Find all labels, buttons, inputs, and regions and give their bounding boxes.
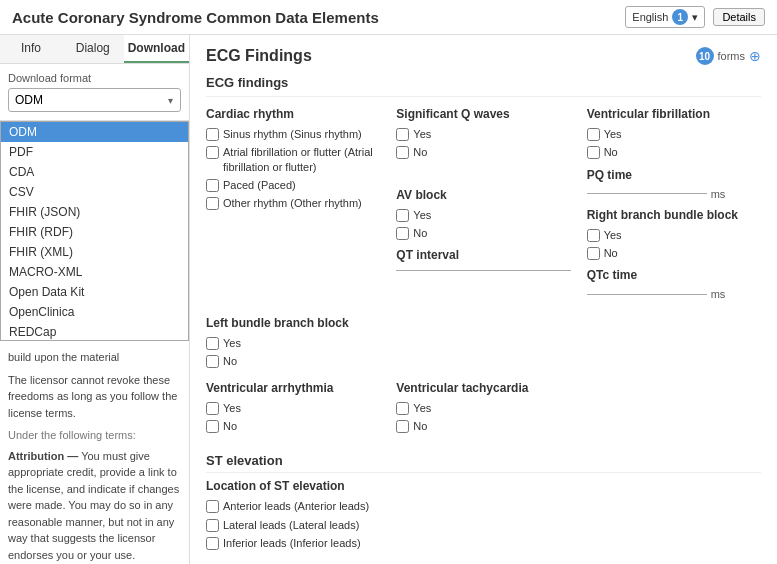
dropdown-item-redcap[interactable]: REDCap xyxy=(1,322,188,341)
list-item: Other rhythm (Other rhythm) xyxy=(206,196,380,210)
forms-badge: 10 forms ⊕ xyxy=(696,47,762,65)
vt-label: Ventricular tachycardia xyxy=(396,381,570,395)
st-elevation-location-label: Location of ST elevation xyxy=(206,479,761,493)
qtc-input-line xyxy=(587,294,707,295)
format-select[interactable]: ODMPDFCDACSVFHIR (JSON)FHIR (RDF)FHIR (X… xyxy=(8,88,181,112)
dropdown-item-fhir_xml[interactable]: FHIR (XML) xyxy=(1,242,188,262)
vt-yes-checkbox[interactable] xyxy=(396,402,409,415)
cardiac-rhythm-group: Cardiac rhythm Sinus rhythm (Sinus rhyth… xyxy=(206,107,380,304)
pq-input-line xyxy=(587,193,707,194)
section-header: ECG Findings 10 forms ⊕ xyxy=(206,47,761,65)
main-layout: Info Dialog Download Download format ODM… xyxy=(0,35,777,564)
format-dropdown-list[interactable]: ODMPDFCDACSVFHIR (JSON)FHIR (RDF)FHIR (X… xyxy=(0,121,189,341)
tab-dialog[interactable]: Dialog xyxy=(62,35,124,63)
significant-q-yes-label: Yes xyxy=(413,127,431,141)
st-elevation-title: ST elevation xyxy=(206,453,761,473)
ecg-grid-row3: Ventricular arrhythmia Yes No Ventricula… xyxy=(206,381,761,438)
dropdown-item-odk[interactable]: Open Data Kit xyxy=(1,282,188,302)
language-label: English xyxy=(632,11,668,23)
st-elevation-section: ST elevation Location of ST elevation An… xyxy=(206,453,761,550)
afib-checkbox[interactable] xyxy=(206,146,219,159)
ecg-grid-row1: Cardiac rhythm Sinus rhythm (Sinus rhyth… xyxy=(206,107,761,304)
va-label: Ventricular arrhythmia xyxy=(206,381,380,395)
page-title: Acute Coronary Syndrome Common Data Elem… xyxy=(12,9,625,26)
info-circle-icon[interactable]: ⊕ xyxy=(749,48,761,64)
inferior-leads-elevation-label: Inferior leads (Inferior leads) xyxy=(223,536,361,550)
list-item: Yes xyxy=(587,228,761,242)
anterior-leads-elevation-checkbox[interactable] xyxy=(206,500,219,513)
vt-no-checkbox[interactable] xyxy=(396,420,409,433)
format-select-wrapper: ODMPDFCDACSVFHIR (JSON)FHIR (RDF)FHIR (X… xyxy=(8,88,181,112)
left-panel: Info Dialog Download Download format ODM… xyxy=(0,35,190,564)
dropdown-item-csv[interactable]: CSV xyxy=(1,182,188,202)
rbbb-no-checkbox[interactable] xyxy=(587,247,600,260)
dropdown-item-cda[interactable]: CDA xyxy=(1,162,188,182)
significant-q-yes-checkbox[interactable] xyxy=(396,128,409,141)
vfib-yes-label: Yes xyxy=(604,127,622,141)
tab-info[interactable]: Info xyxy=(0,35,62,63)
ventricular-fibrillation-group: Ventricular fibrillation Yes No PQ time … xyxy=(587,107,761,304)
list-item: No xyxy=(587,145,761,159)
significant-q-waves-label: Significant Q waves xyxy=(396,107,570,121)
dropdown-item-odm[interactable]: ODM xyxy=(1,122,188,142)
list-item: Yes xyxy=(396,208,570,222)
paced-checkbox[interactable] xyxy=(206,179,219,192)
list-item: Yes xyxy=(206,401,380,415)
significant-q-no-label: No xyxy=(413,145,427,159)
list-item: No xyxy=(396,419,570,433)
empty-col xyxy=(587,381,761,438)
afib-label: Atrial fibrillation or flutter (Atrial f… xyxy=(223,145,380,174)
language-selector[interactable]: English 1 ▾ xyxy=(625,6,705,28)
vfib-no-checkbox[interactable] xyxy=(587,146,600,159)
list-item: Anterior leads (Anterior leads) xyxy=(206,499,761,513)
list-item: No xyxy=(587,246,761,260)
dropdown-item-pdf[interactable]: PDF xyxy=(1,142,188,162)
dropdown-item-openclinica[interactable]: OpenClinica xyxy=(1,302,188,322)
license-conditions-heading: Under the following terms: xyxy=(8,427,181,444)
av-block-yes-label: Yes xyxy=(413,208,431,222)
details-button[interactable]: Details xyxy=(713,8,765,26)
attribution-heading: Attribution — xyxy=(8,450,78,462)
significant-q-no-checkbox[interactable] xyxy=(396,146,409,159)
dropdown-item-fhir_rdf[interactable]: FHIR (RDF) xyxy=(1,222,188,242)
license-freedom-note: The licensor cannot revoke these freedom… xyxy=(8,372,181,422)
vfib-yes-checkbox[interactable] xyxy=(587,128,600,141)
rbbb-yes-checkbox[interactable] xyxy=(587,229,600,242)
ecg-section-title: ECG Findings xyxy=(206,47,312,65)
qtc-time-unit: ms xyxy=(711,288,726,300)
av-block-yes-checkbox[interactable] xyxy=(396,209,409,222)
right-panel: ECG Findings 10 forms ⊕ ECG findings Car… xyxy=(190,35,777,564)
attribution-text: You must give appropriate credit, provid… xyxy=(8,450,179,561)
list-item: Atrial fibrillation or flutter (Atrial f… xyxy=(206,145,380,174)
lbbb-no-checkbox[interactable] xyxy=(206,355,219,368)
list-item: Lateral leads (Lateral leads) xyxy=(206,518,761,532)
other-rhythm-checkbox[interactable] xyxy=(206,197,219,210)
ecg-grid-row2: Left bundle branch block Yes No xyxy=(206,316,761,373)
anterior-leads-elevation-label: Anterior leads (Anterior leads) xyxy=(223,499,369,513)
language-count: 1 xyxy=(672,9,688,25)
dropdown-item-fhir_json[interactable]: FHIR (JSON) xyxy=(1,202,188,222)
tab-bar: Info Dialog Download xyxy=(0,35,189,64)
download-format-label: Download format xyxy=(8,72,181,84)
dropdown-item-macro_xml[interactable]: MACRO-XML xyxy=(1,262,188,282)
va-no-checkbox[interactable] xyxy=(206,420,219,433)
sinus-rhythm-label: Sinus rhythm (Sinus rhythm) xyxy=(223,127,362,141)
lbbb-yes-checkbox[interactable] xyxy=(206,337,219,350)
vt-yes-label: Yes xyxy=(413,401,431,415)
av-block-no-label: No xyxy=(413,226,427,240)
pq-time-row: ms xyxy=(587,188,761,200)
lateral-leads-elevation-checkbox[interactable] xyxy=(206,519,219,532)
sinus-rhythm-checkbox[interactable] xyxy=(206,128,219,141)
empty-middle-col xyxy=(396,316,570,373)
va-yes-label: Yes xyxy=(223,401,241,415)
va-yes-checkbox[interactable] xyxy=(206,402,219,415)
paced-label: Paced (Paced) xyxy=(223,178,296,192)
rbbb-no-label: No xyxy=(604,246,618,260)
lbbb-no-label: No xyxy=(223,354,237,368)
list-item: Sinus rhythm (Sinus rhythm) xyxy=(206,127,380,141)
tab-download[interactable]: Download xyxy=(124,35,189,63)
inferior-leads-elevation-checkbox[interactable] xyxy=(206,537,219,550)
list-item: Paced (Paced) xyxy=(206,178,380,192)
av-block-no-checkbox[interactable] xyxy=(396,227,409,240)
qtc-time-row: ms xyxy=(587,288,761,300)
